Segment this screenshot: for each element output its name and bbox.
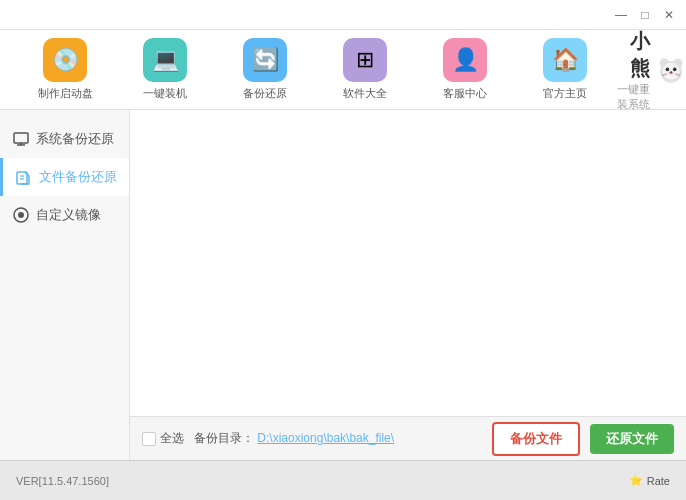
window-controls: — □ ✕ [612,6,678,24]
backup-restore-label: 备份还原 [243,86,287,101]
nav-item-backup-restore[interactable]: 🔄 备份还原 [220,35,310,105]
svg-point-5 [673,67,677,71]
software-center-icon: ⊞ [343,38,387,82]
sidebar-item-system-backup[interactable]: 系统备份还原 [0,120,129,158]
brand-name: 小熊 [610,28,650,82]
official-site-label: 官方主页 [543,86,587,101]
backup-restore-icon: 🔄 [243,38,287,82]
backup-dir-path[interactable]: D:\xiaoxiong\bak\bak_file\ [257,431,394,445]
minimize-button[interactable]: — [612,6,630,24]
startup-disk-icon: 💿 [43,38,87,82]
system-backup-icon [12,130,30,148]
customer-service-label: 客服中心 [443,86,487,101]
rate-icon: ⭐ [629,474,643,487]
main-area: 系统备份还原 文件备份还原 自定义镜像 全选 备份目录： D:\xiaoxion… [0,110,686,460]
svg-rect-15 [17,172,27,184]
svg-point-19 [18,212,24,218]
restore-file-button[interactable]: 还原文件 [590,424,674,454]
file-backup-label: 文件备份还原 [39,168,117,186]
close-button[interactable]: ✕ [660,6,678,24]
brand: 小熊 一键重装系统 [610,28,686,112]
nav-item-one-click-install[interactable]: 💻 一键装机 [120,35,210,105]
nav-items: 💿 制作启动盘 💻 一键装机 🔄 备份还原 ⊞ 软件大全 👤 客服中心 🏠 官方… [20,35,610,105]
system-backup-label: 系统备份还原 [36,130,114,148]
nav-item-customer-service[interactable]: 👤 客服中心 [420,35,510,105]
brand-text: 小熊 一键重装系统 [610,28,650,112]
nav-item-startup-disk[interactable]: 💿 制作启动盘 [20,35,110,105]
backup-dir: 备份目录： D:\xiaoxiong\bak\bak_file\ [194,430,482,447]
nav-item-software-center[interactable]: ⊞ 软件大全 [320,35,410,105]
select-all-area[interactable]: 全选 [142,430,184,447]
svg-point-7 [670,71,672,73]
top-nav: 💿 制作启动盘 💻 一键装机 🔄 备份还原 ⊞ 软件大全 👤 客服中心 🏠 官方… [0,30,686,110]
file-backup-icon [15,168,33,186]
customer-service-icon: 👤 [443,38,487,82]
maximize-button[interactable]: □ [636,6,654,24]
sidebar-item-file-backup[interactable]: 文件备份还原 [0,158,129,196]
one-click-install-icon: 💻 [143,38,187,82]
svg-point-4 [665,67,669,71]
rate-label: Rate [647,475,670,487]
sidebar: 系统备份还原 文件备份还原 自定义镜像 [0,110,130,460]
custom-image-icon [12,206,30,224]
select-all-checkbox[interactable] [142,432,156,446]
content-body [130,110,686,416]
sidebar-item-custom-image[interactable]: 自定义镜像 [0,196,129,234]
title-bar: — □ ✕ [0,0,686,30]
official-site-icon: 🏠 [543,38,587,82]
brand-sub: 一键重装系统 [610,82,650,112]
backup-file-button[interactable]: 备份文件 [492,422,580,456]
content-area: 全选 备份目录： D:\xiaoxiong\bak\bak_file\ 备份文件… [130,110,686,460]
backup-dir-prefix: 备份目录： [194,431,254,445]
bear-logo [656,45,686,95]
bottom-bar: 全选 备份目录： D:\xiaoxiong\bak\bak_file\ 备份文件… [130,416,686,460]
custom-image-label: 自定义镜像 [36,206,101,224]
nav-item-official-site[interactable]: 🏠 官方主页 [520,35,610,105]
one-click-install-label: 一键装机 [143,86,187,101]
footer: VER[11.5.47.1560] ⭐ Rate [0,460,686,500]
software-center-label: 软件大全 [343,86,387,101]
startup-disk-label: 制作启动盘 [38,86,93,101]
rate-button[interactable]: ⭐ Rate [629,474,670,487]
select-all-label: 全选 [160,430,184,447]
svg-rect-12 [14,133,28,143]
version-label: VER[11.5.47.1560] [16,475,109,487]
